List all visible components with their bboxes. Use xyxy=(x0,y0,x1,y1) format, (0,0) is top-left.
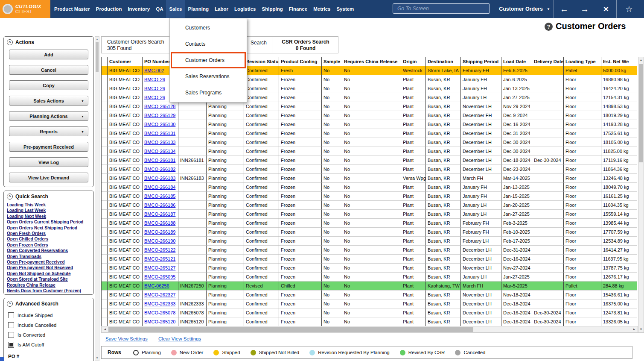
nav-item-qa[interactable]: QA xyxy=(153,0,166,18)
nav-item-labor[interactable]: Labor xyxy=(212,0,231,18)
table-row[interactable]: BIG MEAT COBMCO-265127PlanningConfirmedF… xyxy=(102,264,638,273)
po-number-link[interactable]: BMCO-265121 xyxy=(144,256,175,261)
table-row[interactable]: BIG MEAT COBMCO-266185PlanningConfirmedF… xyxy=(102,192,638,201)
quick-search-panel-header[interactable]: ^ Quick Search xyxy=(4,191,93,201)
po-number-link[interactable]: BMCO-265128 xyxy=(144,104,175,109)
column-header-col0[interactable] xyxy=(102,57,108,66)
table-row[interactable]: BIG MEAT COBMCO-266186PlanningConfirmedF… xyxy=(102,201,638,210)
column-header-customer[interactable]: Customer xyxy=(108,57,143,66)
quick-search-link-open-stored-at-transload-site[interactable]: Open Stored at Transload Site xyxy=(7,276,91,282)
menu-item-customer-orders[interactable]: Customer Orders xyxy=(171,52,246,68)
po-number-link[interactable]: BMCO-266187 xyxy=(144,211,175,217)
nav-item-shipping[interactable]: Shipping xyxy=(259,0,286,18)
quick-search-link-loading-last-week[interactable]: Loading Last Week xyxy=(7,208,91,213)
table-row[interactable]: BIG MEAT COBMCO-265121PlanningConfirmedF… xyxy=(102,255,638,264)
po-number-link[interactable]: BMCO-266183 xyxy=(144,176,175,181)
table-row[interactable]: BIG MEAT COBMCO-266181INN266181PlanningC… xyxy=(102,156,638,165)
table-row[interactable]: BIG MEAT COBMCO-265078INN265078PlanningC… xyxy=(102,308,638,317)
collapse-icon[interactable]: ^ xyxy=(7,301,13,307)
column-header-revision-status[interactable]: Revision Status xyxy=(244,57,279,66)
close-screen-button[interactable]: × xyxy=(597,0,615,18)
scroll-up-icon[interactable]: ▲ xyxy=(95,37,99,42)
nav-item-inventory[interactable]: Inventory xyxy=(125,0,153,18)
table-row[interactable]: BIG MEAT COBMCO-266187PlanningConfirmedF… xyxy=(102,210,638,219)
po-number-link[interactable]: BMC-002 xyxy=(144,68,164,73)
column-header-loading-type[interactable]: Loading Type xyxy=(564,57,601,66)
column-header-origin[interactable]: Origin xyxy=(401,57,426,66)
quick-search-link-requires-china-release[interactable]: Requires China Release xyxy=(7,282,91,288)
action-button-sales-actions[interactable]: Sales Actions▼ xyxy=(9,96,88,106)
action-button-reports[interactable]: Reports▼ xyxy=(9,126,88,136)
vertical-scroll-thumb[interactable] xyxy=(639,64,643,162)
column-header-destination[interactable]: Destination xyxy=(426,57,461,66)
quick-search-link-open-frozen-orders[interactable]: Open Frozen Orders xyxy=(7,242,91,248)
nav-item-product-master[interactable]: Product Master xyxy=(51,0,93,18)
table-row[interactable]: BIG MEAT COBMCO-262333INN262333PlanningC… xyxy=(102,299,638,308)
po-number-link[interactable]: BMCO-265127 xyxy=(144,265,175,270)
quick-search-link-open-orders-current-shipping-period[interactable]: Open Orders Current Shipping Period xyxy=(7,219,91,225)
menu-item-sales-programs[interactable]: Sales Programs xyxy=(170,85,247,101)
action-button-cancel[interactable]: Cancel xyxy=(9,65,88,75)
nav-item-system[interactable]: System xyxy=(333,0,357,18)
column-header-shipping-period[interactable]: Shipping Period xyxy=(461,57,501,66)
help-icon[interactable]: ? xyxy=(545,23,553,31)
table-row[interactable]: BIG MEAT COBMCO-265120INN265120PlanningC… xyxy=(102,317,638,326)
sidebar-scroll-thumb[interactable] xyxy=(96,42,99,72)
table-row[interactable]: BIG MEAT COBMCO-262327PlanningConfirmedF… xyxy=(102,291,638,299)
menu-item-contacts[interactable]: Contacts xyxy=(170,36,247,52)
action-button-add[interactable]: Add xyxy=(9,50,88,59)
po-number-link[interactable]: BMCO-265133 xyxy=(144,140,175,145)
goto-screen-input[interactable] xyxy=(393,3,490,14)
advanced-search-panel-header[interactable]: ^ Advanced Search xyxy=(4,298,93,308)
checkbox-include-shipped[interactable]: Include Shipped xyxy=(8,312,93,318)
po-number-link[interactable]: BMCO-266189 xyxy=(144,229,175,235)
quick-search-link-loading-next-week[interactable]: Loading Next Week xyxy=(7,214,91,219)
quick-search-link-open-transloads[interactable]: Open Transloads xyxy=(7,254,91,259)
table-row[interactable]: BIG MEAT COBMCO-265122PlanningConfirmedF… xyxy=(102,246,638,255)
nav-item-sales[interactable]: Sales xyxy=(166,0,185,18)
scroll-right-icon[interactable]: ► xyxy=(631,326,638,332)
po-number-link[interactable]: BMCO-266181 xyxy=(144,158,175,163)
po-number-link[interactable]: BMCO-265122 xyxy=(144,247,175,252)
checkbox-include-cancelled[interactable]: Include Cancelled xyxy=(8,322,93,328)
table-row[interactable]: BIG MEAT COBMCO-266184PlanningConfirmedF… xyxy=(102,183,638,192)
nav-item-planning[interactable]: Planning xyxy=(185,0,212,18)
po-number-link[interactable]: BMCO-262327 xyxy=(144,292,175,297)
nav-item-production[interactable]: Production xyxy=(93,0,125,18)
po-number-link[interactable]: BMCO-266190 xyxy=(144,238,175,244)
horizontal-scroll-thumb[interactable] xyxy=(108,327,473,332)
table-row[interactable]: BIG MEAT COBMCO-265095PlanningConfirmedF… xyxy=(102,273,638,282)
table-row[interactable]: BIG MEAT COBMC-06256INN267250PlanningRev… xyxy=(102,282,638,291)
po-number-link[interactable]: BMCO-265131 xyxy=(144,131,175,136)
action-button-view-live-demand[interactable]: View Live Demand xyxy=(9,173,88,182)
scroll-down-icon[interactable]: ▼ xyxy=(638,326,644,332)
clear-view-settings-link[interactable]: Clear View Settings xyxy=(158,336,201,341)
scroll-down-icon[interactable]: ▼ xyxy=(95,355,99,361)
quick-search-link-open-chilled-orders[interactable]: Open Chilled Orders xyxy=(7,236,91,242)
scroll-left-icon[interactable]: ◄ xyxy=(102,326,108,332)
po-number-link[interactable]: BMCO-266185 xyxy=(144,194,175,199)
table-vertical-scrollbar[interactable]: ▲ ▼ xyxy=(638,57,644,333)
sidebar-scrollbar[interactable]: ▲ ▼ xyxy=(95,36,99,361)
column-header-delivery-date[interactable]: Delivery Date xyxy=(532,57,564,66)
po-number-link[interactable]: BMCO-26 xyxy=(144,95,165,100)
quick-search-link-needs-docs-from-customer-frozen[interactable]: Needs Docs from Customer (Frozen) xyxy=(7,288,91,293)
column-header-sample[interactable]: Sample xyxy=(322,57,342,66)
po-number-link[interactable]: BMCO-265129 xyxy=(144,113,175,118)
po-number-link[interactable]: BMCO-26 xyxy=(144,86,165,91)
menu-item-sales-reservations[interactable]: Sales Reservations xyxy=(170,68,247,85)
table-row[interactable]: BIG MEAT COBMCO-266182PlanningConfirmedF… xyxy=(102,165,638,174)
column-header-load-date[interactable]: Load Date xyxy=(501,57,532,66)
checkbox-is-am-cutoff[interactable]: Is AM Cutoff xyxy=(8,342,93,348)
quick-search-link-open-fresh-orders[interactable]: Open Fresh Orders xyxy=(7,231,91,236)
table-row[interactable]: BIG MEAT COBMCO-266188PlanningConfirmedF… xyxy=(102,219,638,228)
action-button-pre-payment-received[interactable]: Pre-payment Received xyxy=(9,142,88,152)
column-header-product-cooling[interactable]: Product Cooling xyxy=(279,57,322,66)
action-button-planning-actions[interactable]: Planning Actions▼ xyxy=(9,111,88,121)
back-button[interactable]: ← xyxy=(555,0,574,18)
table-row[interactable]: BIG MEAT COBMCO-265130PlanningConfirmedF… xyxy=(102,120,638,129)
table-row[interactable]: BIG MEAT COBMCO-265133PlanningConfirmedF… xyxy=(102,138,638,147)
quick-search-link-open-not-shipped-on-schedule[interactable]: Open Not Shipped on Schedule xyxy=(7,271,91,276)
table-row[interactable]: BIG MEAT COBMCO-266189PlanningConfirmedF… xyxy=(102,228,638,237)
nav-item-finance[interactable]: Finance xyxy=(286,0,310,18)
